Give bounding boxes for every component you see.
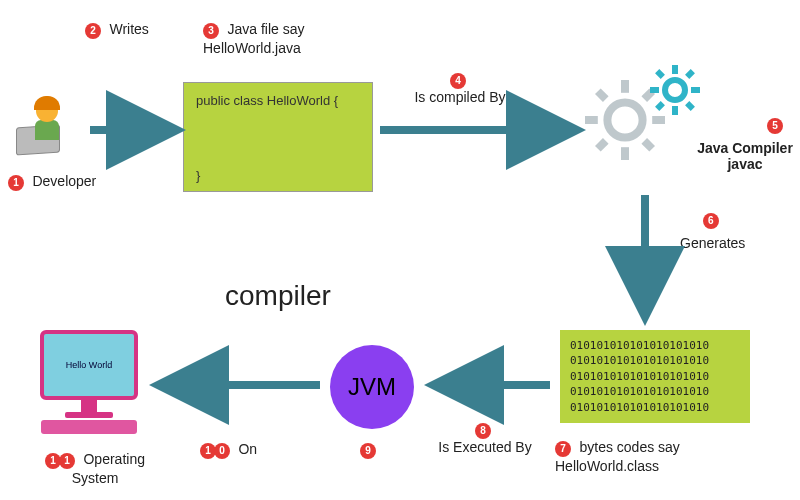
arrows xyxy=(0,0,800,500)
